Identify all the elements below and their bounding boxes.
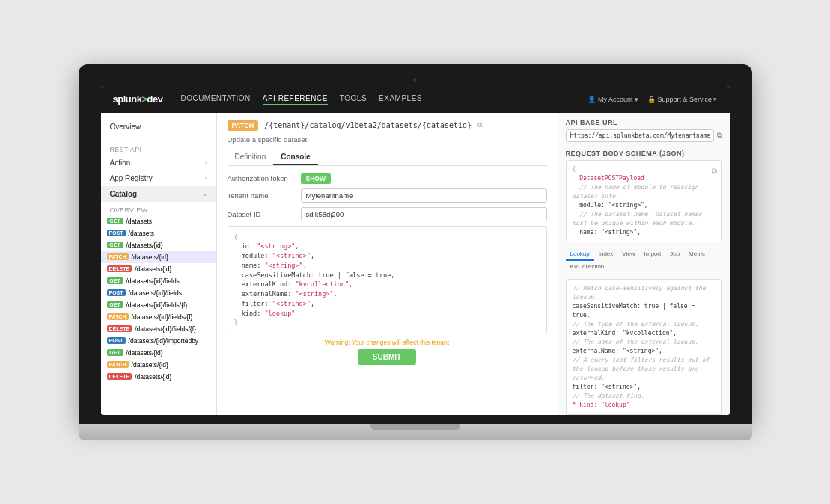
main-layout: Overview REST API Action › App Registry … [101, 113, 730, 415]
dataset-id-label: Dataset ID [228, 210, 295, 218]
schema-tab-kvcollection[interactable]: KVCollection [566, 261, 609, 274]
badge-patch: PATCH [107, 361, 129, 368]
nav-examples[interactable]: EXAMPLES [379, 93, 422, 105]
nav-api-reference[interactable]: API REFERENCE [263, 93, 328, 105]
api-url-input[interactable] [566, 129, 714, 142]
api-url-row: ⧉ [566, 129, 722, 142]
submit-button[interactable]: SUBMIT [358, 349, 416, 365]
copy-url-icon[interactable]: ⧉ [477, 121, 482, 129]
sidebar-sub-patch-field[interactable]: PATCH /datasets/{id}/fields/{f} [101, 311, 216, 323]
request-schema-title: REQUEST BODY SCHEMA (JSON) [566, 150, 722, 157]
badge-get: GET [107, 349, 123, 356]
sidebar-sub-get-datasets-id2[interactable]: GET /datasets/{id} [101, 347, 216, 359]
sidebar-item-catalog[interactable]: Catalog ⌄ [101, 186, 216, 202]
nav-links: DOCUMENTATION API REFERENCE TOOLS EXAMPL… [180, 93, 588, 105]
sidebar-item-action[interactable]: Action › [101, 155, 216, 170]
auth-token-label: Authorization token [228, 174, 295, 182]
sidebar-sub-get-field[interactable]: GET /datasets/{id}/fields/{f} [101, 299, 216, 311]
sidebar: Overview REST API Action › App Registry … [101, 113, 217, 415]
catalog-overview-label: Overview [101, 202, 216, 215]
sidebar-sub-delete-datasets-id2[interactable]: DELETE /datasets/{id} [101, 371, 216, 383]
endpoint-url: /{tenant}/catalog/v1beta2/datasets/{data… [264, 121, 472, 129]
show-token-button[interactable]: SHOW [301, 173, 331, 184]
method-badge: PATCH [228, 120, 259, 131]
endpoint-header: PATCH /{tenant}/catalog/v1beta2/datasets… [228, 120, 547, 131]
sidebar-sub-post-importedby[interactable]: POST /datasets/{id}/importedby [101, 335, 216, 347]
auth-token-row: Authorization token SHOW [228, 173, 547, 184]
dataset-id-row: Dataset ID [228, 207, 547, 221]
badge-delete: DELETE [107, 325, 132, 332]
schema-tab-lookup[interactable]: Lookup [566, 248, 594, 261]
content-area: PATCH /{tenant}/catalog/v1beta2/datasets… [217, 113, 558, 415]
schema-tab-job[interactable]: Job [665, 248, 684, 261]
sidebar-sub-items: Overview GET /datasets POST /datasets GE… [101, 202, 216, 383]
screen: splunk>dev DOCUMENTATION API REFERENCE T… [101, 86, 730, 415]
copy-schema-icon[interactable]: ⧉ [712, 165, 717, 176]
nav-tools[interactable]: TOOLS [340, 93, 367, 105]
content-tabs: Definition Console [228, 150, 547, 166]
sidebar-sub-get-datasets-id[interactable]: GET /datasets/{id} [101, 239, 216, 251]
nav-documentation[interactable]: DOCUMENTATION [180, 93, 250, 105]
schema-tabs: Lookup Index View Import Job Metric KVCo… [566, 248, 722, 274]
tenant-name-row: Tenant name [228, 188, 547, 203]
endpoint-description: Update a specific dataset. [228, 135, 547, 144]
schema-tab-view[interactable]: View [617, 248, 639, 261]
schema-tab-index[interactable]: Index [594, 248, 618, 261]
badge-get: GET [107, 277, 123, 284]
sidebar-sub-delete-datasets-id[interactable]: DELETE /datasets/{id} [101, 263, 216, 275]
sidebar-sub-get-fields[interactable]: GET /datasets/{id}/fields [101, 275, 216, 287]
tenant-name-label: Tenant name [228, 191, 295, 200]
request-schema-box: ⧉ { DatasetPOSTPayload // The name of mo… [566, 160, 722, 242]
nav-bar: splunk>dev DOCUMENTATION API REFERENCE T… [101, 86, 730, 113]
sidebar-rest-api-section: REST API [101, 141, 216, 155]
tab-definition[interactable]: Definition [228, 150, 274, 165]
lookup-schema-box: // Match case-sensitively against the lo… [566, 279, 722, 415]
logo: splunk>dev [113, 93, 163, 105]
schema-tab-import[interactable]: Import [640, 248, 666, 261]
badge-delete: DELETE [107, 373, 132, 380]
copy-api-url-icon[interactable]: ⧉ [717, 131, 722, 140]
right-panel: API BASE URL ⧉ REQUEST BODY SCHEMA (JSON… [558, 113, 730, 415]
sidebar-item-overview[interactable]: Overview [101, 119, 216, 135]
badge-get: GET [107, 218, 123, 224]
api-base-url-title: API BASE URL [566, 119, 722, 126]
tenant-name-input[interactable] [301, 188, 547, 203]
badge-post: POST [107, 289, 126, 296]
laptop-base [79, 424, 752, 440]
badge-patch: PATCH [107, 253, 129, 260]
tab-console[interactable]: Console [273, 150, 317, 165]
badge-get: GET [107, 242, 123, 248]
chevron-right-icon: › [205, 159, 207, 166]
sidebar-sub-patch-datasets-id[interactable]: PATCH /datasets/{id} [101, 251, 216, 263]
chevron-right-icon: › [205, 175, 207, 182]
chevron-down-icon: ⌄ [202, 191, 207, 197]
sidebar-sub-delete-field[interactable]: DELETE /datasets/{id}/fields/{f} [101, 323, 216, 335]
schema-tab-metric[interactable]: Metric [684, 248, 710, 261]
nav-my-account[interactable]: 👤 My Account ▾ [588, 96, 638, 103]
nav-right: 👤 My Account ▾ 🔒 Support & Service ▾ [588, 96, 717, 103]
sidebar-item-app-registry[interactable]: App Registry › [101, 170, 216, 186]
nav-support[interactable]: 🔒 Support & Service ▾ [647, 96, 718, 103]
sidebar-sub-post-datasets[interactable]: POST /datasets [101, 227, 216, 239]
dataset-id-input[interactable] [301, 207, 547, 221]
badge-get: GET [107, 301, 123, 308]
badge-post: POST [107, 230, 126, 236]
sidebar-sub-post-fields[interactable]: POST /datasets/{id}/fields [101, 287, 216, 299]
badge-post: POST [107, 337, 126, 344]
sidebar-sub-get-datasets[interactable]: GET /datasets [101, 215, 216, 227]
warning-text: Warning: Your changes will affect this t… [228, 339, 547, 346]
badge-patch: PATCH [107, 313, 129, 320]
badge-delete: DELETE [107, 265, 132, 272]
code-editor[interactable]: { id: "<string>", module: "<string>", na… [228, 226, 547, 335]
sidebar-sub-patch-datasets-id2[interactable]: PATCH /datasets/{id} [101, 359, 216, 371]
